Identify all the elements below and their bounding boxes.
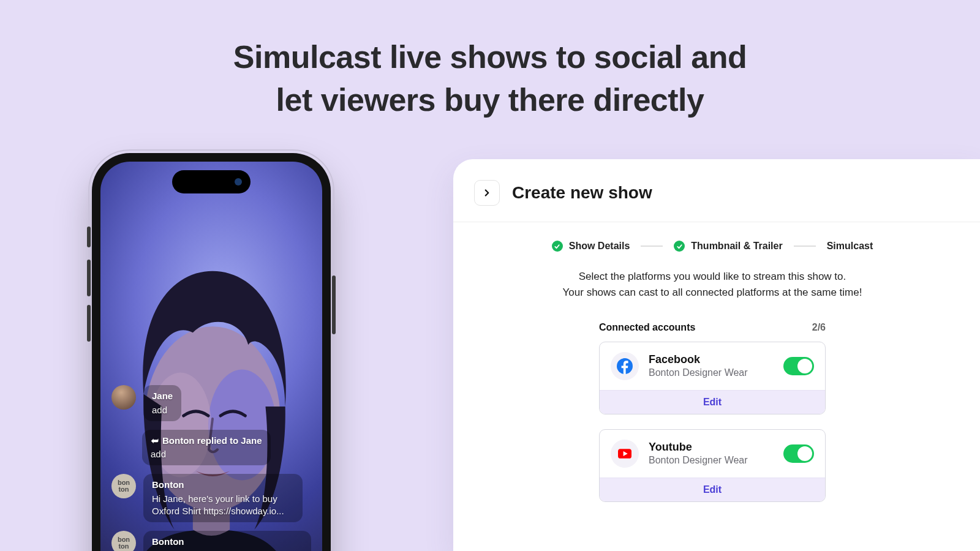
marketing-headline: Simulcast live shows to social and let v… [0,0,980,121]
account-handle: Bonton Designer Wear [649,367,748,378]
chat-body: add [151,448,262,460]
phone-side-button [332,276,336,334]
chat-body: add [152,404,173,416]
phone-mock: Jane add ➥Bonton replied to Jane add bon… [92,153,331,551]
account-card-youtube: Youtube Bonton Designer Wear Edit [599,429,826,502]
accounts-label: Connected accounts [599,322,695,333]
account-platform: Facebook [649,353,748,366]
live-chat: Jane add ➥Bonton replied to Jane add bon… [111,385,311,551]
chat-reply-header: ➥Bonton replied to Jane [151,435,262,447]
chat-user-name: Bonton [152,479,294,491]
account-card-facebook: Facebook Bonton Designer Wear Edit [599,342,826,414]
phone-notch [172,170,251,193]
phone-screen: Jane add ➥Bonton replied to Jane add bon… [100,162,322,551]
account-handle: Bonton Designer Wear [649,455,748,466]
phone-side-button [87,305,91,342]
account-edit-button[interactable]: Edit [600,478,825,501]
step-show-details[interactable]: Show Details [552,241,630,252]
accounts-header: Connected accounts 2/6 [599,322,826,333]
panel-title: Create new show [512,183,652,203]
step-separator [794,246,816,247]
phone-side-button [87,227,91,247]
account-edit-button[interactable]: Edit [600,390,825,414]
helper-text: Select the platforms you would like to s… [474,269,951,301]
divider [453,222,980,222]
avatar [111,385,136,410]
account-toggle[interactable] [783,357,814,375]
create-show-panel: Create new show Show Details Thumbnail &… [453,159,980,551]
chat-message: bonton Bonton Hi Jane, here's your link … [111,474,311,522]
chat-reply: ➥Bonton replied to Jane add [142,430,311,466]
avatar: bonton [111,531,136,551]
account-toggle[interactable] [783,444,814,463]
headline-line-1: Simulcast live shows to social and [0,36,980,78]
facebook-icon [611,352,639,380]
headline-line-2: let viewers buy there directly [0,78,980,121]
chat-message: Jane add [111,385,311,421]
accounts-count: 2/6 [812,322,826,333]
step-thumbnail-trailer[interactable]: Thumbnail & Trailer [674,241,782,252]
stepper: Show Details Thumbnail & Trailer Simulca… [474,241,951,252]
chat-message: bonton Bonton Comment "add" to view prod… [111,531,311,551]
chat-user-name: Jane [152,390,173,402]
account-platform: Youtube [649,441,748,454]
youtube-icon [611,440,639,468]
step-simulcast[interactable]: Simulcast [827,241,873,252]
avatar: bonton [111,474,136,498]
chat-body: Hi Jane, here's your link to buy Oxford … [152,493,294,518]
phone-side-button [87,260,91,296]
chat-user-name: Bonton [152,536,303,548]
expand-button[interactable] [474,180,500,206]
check-icon [674,241,685,252]
step-separator [641,246,663,247]
check-icon [552,241,563,252]
